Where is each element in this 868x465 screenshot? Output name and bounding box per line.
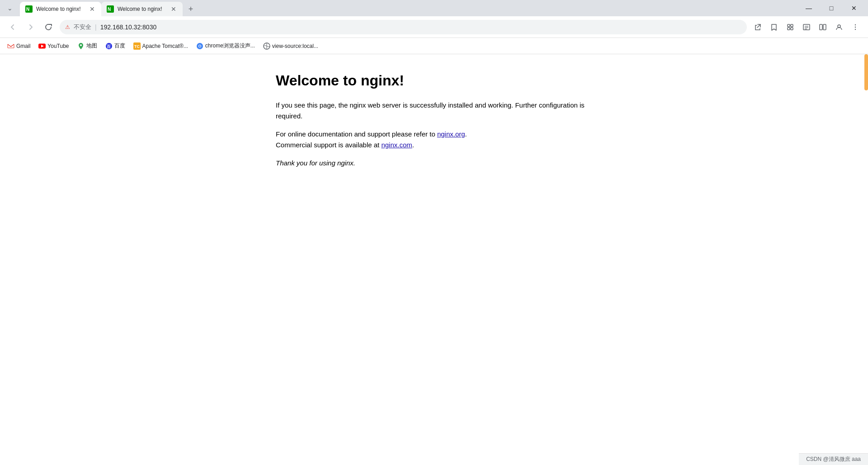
svg-text:TC: TC [134, 44, 140, 49]
svg-rect-13 [823, 24, 826, 30]
svg-point-17 [855, 28, 856, 29]
tabs-area: N Welcome to nginx! ✕ N Welcome to nginx… [20, 0, 795, 16]
bookmark-tomcat-label: Apache Tomcat®... [142, 43, 188, 49]
profile-button[interactable] [832, 20, 846, 34]
bookmark-viewsource-label: view-source:local... [272, 43, 318, 49]
svg-rect-5 [791, 24, 793, 27]
svg-point-28 [199, 45, 201, 47]
forward-button[interactable] [24, 20, 38, 34]
svg-text:N: N [26, 7, 29, 12]
bookmark-baidu[interactable]: 百 百度 [102, 40, 129, 52]
menu-button[interactable] [848, 20, 863, 34]
security-warning-text: 不安全 [74, 23, 91, 31]
reading-list-button[interactable] [799, 20, 814, 34]
status-bar: CSDN @清风微庶 aaa [799, 453, 868, 465]
paragraph-2-after: . [412, 141, 414, 149]
scrollbar-indicator[interactable] [864, 54, 868, 90]
bookmark-tomcat[interactable]: TC Apache Tomcat®... [130, 41, 192, 52]
svg-point-21 [80, 44, 82, 46]
url-bar[interactable]: ⚠ 不安全 | 192.168.10.32:8030 [60, 20, 747, 34]
bookmark-youtube-label: YouTube [47, 43, 69, 49]
svg-rect-7 [791, 28, 793, 30]
svg-point-16 [855, 26, 856, 27]
bookmarks-bar: Gmail YouTube 地图 百 百度 [0, 38, 868, 54]
dropdown-icon: ⌄ [7, 5, 13, 12]
browser-content: Welcome to nginx! If you see this page, … [0, 54, 868, 465]
chrome-favicon [196, 42, 203, 50]
bookmark-button[interactable] [767, 20, 781, 34]
paragraph-2-middle-1: . [465, 130, 467, 138]
share-button[interactable] [750, 20, 765, 34]
new-tab-button[interactable]: + [184, 3, 197, 15]
tab-1-title: Welcome to nginx! [36, 6, 85, 12]
minimize-button[interactable]: — [798, 1, 819, 15]
tomcat-favicon: TC [133, 42, 141, 50]
maximize-button[interactable]: □ [821, 1, 842, 15]
tab-2-close[interactable]: ✕ [170, 5, 177, 13]
paragraph-2-before: For online documentation and support ple… [276, 130, 437, 138]
reload-button[interactable] [42, 20, 56, 34]
url-text: 192.168.10.32:8030 [100, 23, 741, 31]
paragraph-2-commercial: Commercial support is available at [276, 141, 381, 149]
bookmark-maps-label: 地图 [86, 42, 97, 50]
url-separator: | [95, 23, 97, 31]
paragraph-1: If you see this page, the nginx web serv… [276, 100, 592, 122]
titlebar: ⌄ N Welcome to nginx! ✕ N Welcome to ngi… [0, 0, 868, 16]
svg-point-14 [838, 25, 840, 28]
svg-rect-6 [788, 28, 790, 30]
nginx-com-link[interactable]: nginx.com [381, 141, 412, 149]
extensions-button[interactable] [783, 20, 797, 34]
maximize-icon: □ [830, 5, 833, 12]
bookmark-chrome[interactable]: chrome浏览器没声... [193, 40, 259, 52]
paragraph-2: For online documentation and support ple… [276, 129, 592, 150]
svg-text:百: 百 [107, 44, 111, 49]
page-title: Welcome to nginx! [276, 72, 592, 89]
bookmark-youtube[interactable]: YouTube [35, 41, 72, 52]
close-button[interactable]: ✕ [844, 1, 864, 15]
bookmark-viewsource[interactable]: view-source:local... [259, 41, 322, 52]
split-button[interactable] [816, 20, 830, 34]
paragraph-3: Thank you for using nginx. [276, 158, 592, 169]
youtube-favicon [38, 42, 46, 50]
baidu-favicon: 百 [105, 42, 113, 50]
status-text: CSDN @清风微庶 aaa [806, 456, 861, 462]
tab-2-favicon: N [107, 5, 114, 13]
svg-text:N: N [108, 7, 111, 12]
tab-1-close[interactable]: ✕ [89, 5, 96, 13]
bookmark-baidu-label: 百度 [114, 42, 125, 50]
nginx-org-link[interactable]: nginx.org [437, 130, 465, 138]
tab-dropdown-btn[interactable]: ⌄ [4, 2, 16, 14]
window-controls: — □ ✕ [798, 1, 864, 15]
bookmark-maps[interactable]: 地图 [74, 40, 101, 52]
bookmark-gmail-label: Gmail [16, 43, 30, 49]
svg-rect-18 [7, 42, 14, 50]
gmail-favicon [7, 42, 14, 50]
tab-1-favicon: N [25, 5, 33, 13]
addressbar: ⚠ 不安全 | 192.168.10.32:8030 [0, 16, 868, 38]
nginx-page: Welcome to nginx! If you see this page, … [276, 72, 592, 176]
maps-favicon [77, 42, 85, 50]
viewsource-favicon [263, 42, 270, 50]
svg-rect-12 [820, 24, 822, 30]
back-button[interactable] [5, 20, 20, 34]
addressbar-icons [750, 20, 863, 34]
bookmark-chrome-label: chrome浏览器没声... [205, 42, 255, 50]
security-warning-icon: ⚠ [65, 24, 70, 30]
bookmark-gmail[interactable]: Gmail [4, 41, 34, 52]
svg-point-15 [855, 24, 856, 25]
close-icon: ✕ [851, 5, 857, 12]
tab-2-title: Welcome to nginx! [118, 6, 166, 12]
tab-1[interactable]: N Welcome to nginx! ✕ [20, 2, 101, 16]
tab-2[interactable]: N Welcome to nginx! ✕ [101, 2, 183, 16]
svg-rect-4 [788, 24, 790, 27]
minimize-icon: — [806, 5, 812, 12]
